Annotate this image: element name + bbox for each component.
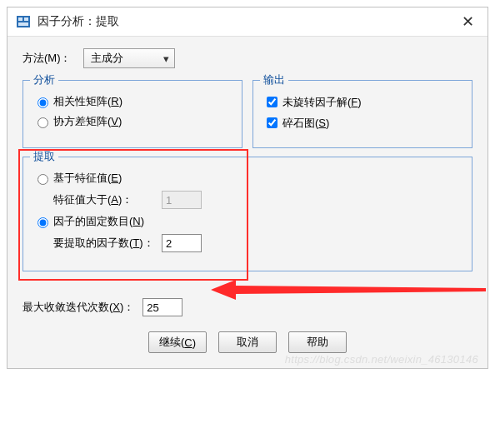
titlebar: 因子分析：提取 ✕ xyxy=(8,7,488,37)
radio-correlation-input[interactable] xyxy=(38,97,48,108)
fieldset-output: 输出 未旋转因子解(F) 碎石图(S) xyxy=(252,80,472,148)
checkbox-scree-input[interactable] xyxy=(267,117,278,128)
radio-fixed-number[interactable]: 因子的固定数目(N) xyxy=(33,214,462,229)
checkbox-scree[interactable]: 碎石图(S) xyxy=(263,115,462,131)
factors-to-extract-input[interactable] xyxy=(162,234,202,252)
chevron-down-icon: ▾ xyxy=(163,52,169,65)
eigen-greater-row: 特征值大于(A)： xyxy=(53,191,462,209)
max-iterations-row: 最大收敛迭代次数(X)： xyxy=(22,298,472,316)
radio-covariance-matrix[interactable]: 协方差矩阵(V) xyxy=(33,114,232,129)
fieldset-analysis: 分析 相关性矩阵(R) 协方差矩阵(V) xyxy=(22,80,242,148)
legend-extract: 提取 xyxy=(30,149,58,164)
close-button[interactable]: ✕ xyxy=(457,12,479,31)
radio-covariance-label: 协方差矩阵(V) xyxy=(53,114,122,129)
dialog-content: 方法(M)： 主成分 ▾ 分析 相关性矩阵(R) 协方差矩阵(V) 输出 xyxy=(8,37,488,368)
radio-fixed-label: 因子的固定数目(N) xyxy=(53,214,144,229)
eigen-greater-label: 特征值大于(A)： xyxy=(53,192,162,207)
continue-button[interactable]: 继续(C) xyxy=(148,331,207,353)
method-label: 方法(M)： xyxy=(22,51,72,66)
max-iterations-input[interactable] xyxy=(142,298,182,316)
method-label-text: 方法(M)： xyxy=(22,52,72,64)
button-row: 继续(C) 取消 帮助 xyxy=(22,331,472,353)
dialog-window: 因子分析：提取 ✕ 方法(M)： 主成分 ▾ 分析 相关性矩阵(R) 协 xyxy=(7,7,488,369)
factors-to-extract-row: 要提取的因子数(T)： xyxy=(53,234,462,252)
factors-to-extract-label: 要提取的因子数(T)： xyxy=(53,236,162,251)
radio-fixed-input[interactable] xyxy=(38,217,48,228)
svg-rect-3 xyxy=(18,22,28,26)
help-button[interactable]: 帮助 xyxy=(288,331,347,353)
method-combobox[interactable]: 主成分 ▾ xyxy=(83,48,175,68)
radio-eigenvalue-input[interactable] xyxy=(38,174,48,185)
method-row: 方法(M)： 主成分 ▾ xyxy=(22,48,472,68)
checkbox-unrotated-input[interactable] xyxy=(267,97,278,107)
checkbox-scree-label: 碎石图(S) xyxy=(282,116,329,131)
radio-correlation-label: 相关性矩阵(R) xyxy=(53,94,122,109)
dialog-title: 因子分析：提取 xyxy=(38,14,457,29)
max-iterations-label: 最大收敛迭代次数(X)： xyxy=(22,300,134,315)
checkbox-unrotated-label: 未旋转因子解(F) xyxy=(282,95,362,110)
app-icon xyxy=(16,14,31,29)
legend-output: 输出 xyxy=(260,72,288,87)
svg-rect-1 xyxy=(18,17,22,21)
eigen-value-input xyxy=(162,191,202,209)
checkbox-unrotated[interactable]: 未旋转因子解(F) xyxy=(263,94,462,110)
method-value: 主成分 xyxy=(91,51,123,66)
radio-eigenvalue[interactable]: 基于特征值(E) xyxy=(33,171,462,186)
radio-eigenvalue-label: 基于特征值(E) xyxy=(53,171,122,186)
radio-covariance-input[interactable] xyxy=(38,117,48,128)
fieldset-extract: 提取 基于特征值(E) 特征值大于(A)： 因子的固定数目(N) 要提取的因子数… xyxy=(22,157,472,271)
radio-correlation-matrix[interactable]: 相关性矩阵(R) xyxy=(33,94,232,109)
cancel-button[interactable]: 取消 xyxy=(218,331,277,353)
legend-analysis: 分析 xyxy=(30,72,58,87)
svg-rect-2 xyxy=(24,17,28,21)
